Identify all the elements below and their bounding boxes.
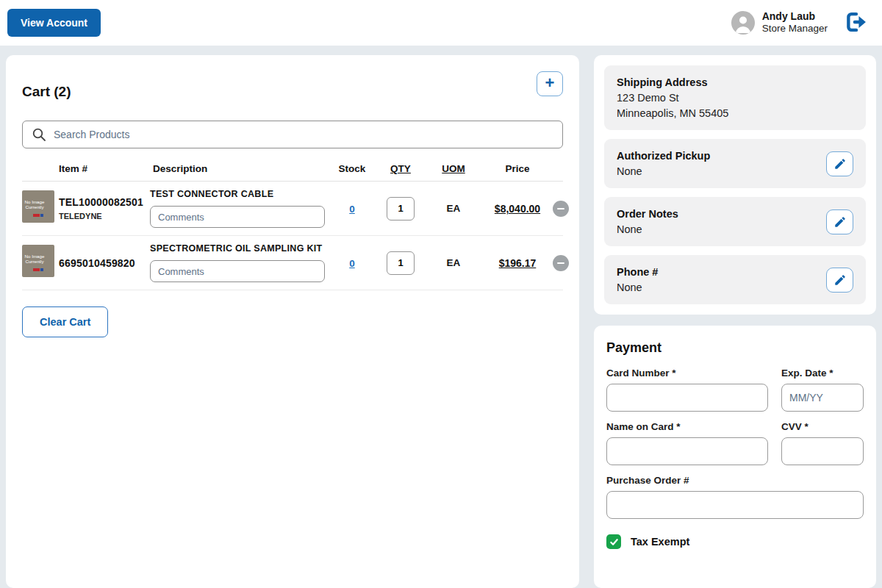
comments-input[interactable] — [150, 206, 325, 228]
table-header: Item # Description Stock QTY UOM Price — [22, 154, 563, 182]
pencil-icon — [833, 273, 847, 287]
uom-value: EA — [425, 257, 482, 268]
clear-cart-button[interactable]: Clear Cart — [22, 306, 108, 337]
order-sidebar: Shipping Address 123 Demo St Minneapolis… — [594, 55, 876, 588]
user-role: Store Manager — [762, 23, 828, 35]
shipping-address-card: Shipping Address 123 Demo St Minneapolis… — [604, 65, 866, 130]
order-notes-card: Order Notes None — [604, 197, 866, 246]
table-row: No Image Currently 6695010459820 SPECTRO… — [22, 236, 563, 290]
shipping-address-title: Shipping Address — [617, 76, 728, 88]
item-description: SPECTROMETRIC OIL SAMPLING KIT — [150, 243, 326, 254]
payment-panel: Payment Card Number * Exp. Date * Name o… — [594, 326, 876, 588]
search-input[interactable] — [22, 121, 563, 148]
qty-input[interactable] — [387, 251, 415, 275]
tax-exempt-label: Tax Exempt — [631, 536, 689, 548]
cart-panel: Cart (2) + Item # Description Stock QTY … — [6, 55, 579, 588]
tax-exempt-row: Tax Exempt — [606, 534, 864, 549]
order-details-panel: Shipping Address 123 Demo St Minneapolis… — [594, 55, 876, 315]
check-icon — [609, 537, 619, 547]
cvv-label: CVV * — [781, 421, 864, 432]
brand-logo-icon — [33, 214, 43, 217]
item-number-cell: 6695010459820 — [56, 257, 148, 269]
table-row: No Image Currently TEL10000082501 TELEDY… — [22, 182, 563, 236]
uom-value: EA — [425, 203, 482, 214]
person-icon — [731, 11, 755, 35]
purchase-order-input[interactable] — [606, 491, 864, 519]
product-image-placeholder: No Image Currently — [22, 245, 54, 277]
brand-logo-icon — [33, 268, 43, 271]
shipping-address-line2: Minneapolis, MN 55405 — [617, 107, 728, 119]
user-name: Andy Laub — [762, 10, 828, 24]
item-number-cell: TEL10000082501 TELEDYNE — [56, 196, 148, 220]
phone-value: None — [617, 282, 658, 293]
minus-icon — [557, 262, 564, 265]
col-uom: UOM — [425, 163, 482, 174]
exp-date-field-group: Exp. Date * — [781, 368, 864, 412]
edit-phone-button[interactable] — [826, 268, 853, 293]
payment-title: Payment — [606, 340, 864, 356]
no-image-text: No Image Currently — [19, 254, 49, 265]
phone-title: Phone # — [617, 266, 658, 278]
shipping-address-line1: 123 Demo St — [617, 92, 728, 104]
product-search — [22, 121, 563, 148]
plus-icon: + — [545, 75, 555, 91]
col-stock: Stock — [328, 163, 376, 174]
item-description: TEST CONNECTOR CABLE — [150, 189, 326, 199]
search-icon — [32, 127, 46, 142]
pencil-icon — [833, 215, 847, 229]
comments-input[interactable] — [150, 260, 325, 282]
col-description: Description — [150, 163, 326, 174]
item-number: TEL10000082501 — [59, 196, 148, 208]
card-number-label: Card Number * — [606, 368, 768, 379]
tax-exempt-checkbox[interactable] — [606, 534, 621, 549]
cvv-input[interactable] — [781, 437, 864, 465]
remove-item-button[interactable] — [553, 201, 569, 217]
pencil-icon — [833, 157, 847, 171]
minus-icon — [557, 208, 564, 210]
logout-icon — [844, 11, 869, 33]
exp-date-input[interactable] — [781, 384, 864, 412]
name-on-card-label: Name on Card * — [606, 421, 768, 432]
user-info: Andy Laub Store Manager — [762, 10, 828, 35]
user-area: Andy Laub Store Manager — [731, 10, 870, 37]
product-image-placeholder: No Image Currently — [22, 190, 54, 223]
col-item-number: Item # — [56, 163, 148, 174]
col-qty: QTY — [378, 163, 423, 174]
view-account-button[interactable]: View Account — [7, 9, 101, 37]
user-avatar — [731, 11, 755, 35]
phone-card: Phone # None — [604, 255, 866, 304]
item-number: 6695010459820 — [59, 257, 148, 269]
description-cell: TEST CONNECTOR CABLE — [150, 189, 326, 228]
stock-link[interactable]: 0 — [349, 204, 355, 215]
edit-authorized-pickup-button[interactable] — [826, 151, 853, 176]
cvv-field-group: CVV * — [781, 421, 864, 465]
purchase-order-label: Purchase Order # — [606, 475, 864, 486]
price-link[interactable]: $196.17 — [499, 257, 537, 269]
authorized-pickup-title: Authorized Pickup — [617, 150, 710, 162]
cart-table: Item # Description Stock QTY UOM Price N… — [22, 154, 563, 290]
name-on-card-input[interactable] — [606, 437, 768, 465]
authorized-pickup-card: Authorized Pickup None — [604, 139, 866, 188]
description-cell: SPECTROMETRIC OIL SAMPLING KIT — [150, 243, 326, 282]
name-on-card-field-group: Name on Card * — [606, 421, 768, 465]
qty-input[interactable] — [387, 197, 415, 220]
item-brand: TELEDYNE — [59, 212, 148, 220]
stock-link[interactable]: 0 — [349, 258, 355, 269]
remove-item-button[interactable] — [553, 255, 569, 271]
price-link[interactable]: $8,040.00 — [495, 203, 540, 215]
cart-title: Cart (2) — [22, 81, 71, 100]
main-content: Cart (2) + Item # Description Stock QTY … — [0, 46, 882, 588]
no-image-text: No Image Currently — [19, 200, 49, 210]
edit-order-notes-button[interactable] — [826, 209, 853, 234]
logout-button[interactable] — [842, 10, 870, 37]
top-bar: View Account Andy Laub Store Manager — [0, 0, 882, 46]
card-number-field-group: Card Number * — [606, 368, 768, 412]
col-price: Price — [484, 163, 551, 174]
add-product-button[interactable]: + — [537, 71, 563, 96]
order-notes-value: None — [617, 223, 678, 235]
authorized-pickup-value: None — [617, 165, 710, 177]
order-notes-title: Order Notes — [617, 208, 678, 220]
exp-date-label: Exp. Date * — [781, 368, 864, 379]
card-number-input[interactable] — [606, 384, 768, 412]
purchase-order-field-group: Purchase Order # — [606, 475, 864, 519]
